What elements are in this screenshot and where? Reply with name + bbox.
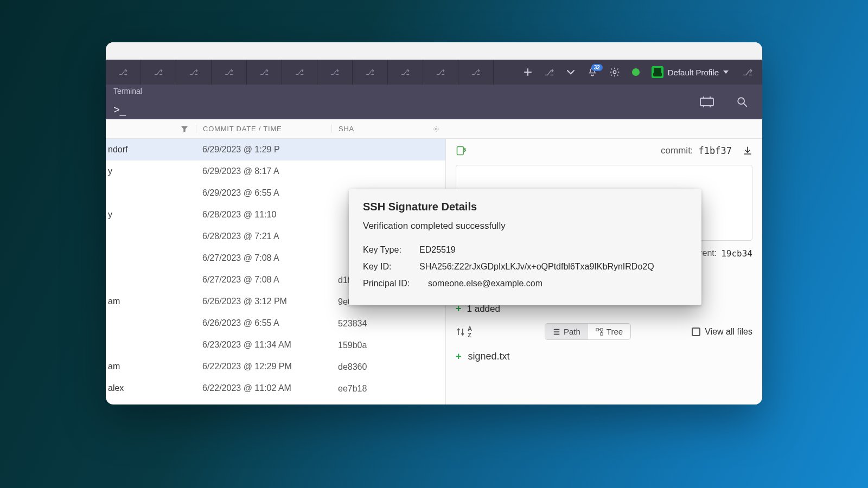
commit-date: 6/27/2023 @ 7:08 A bbox=[202, 275, 279, 284]
branch-icon: ⎇ bbox=[401, 68, 410, 76]
commit-author: y bbox=[108, 166, 112, 176]
view-path-label: Path bbox=[564, 327, 580, 336]
branch-icon: ⎇ bbox=[260, 68, 269, 76]
commit-sha-short: de8360 bbox=[338, 362, 367, 371]
sort-icon bbox=[456, 327, 465, 337]
repo-tab[interactable]: ⎇ bbox=[353, 60, 388, 85]
layout-toggle-button[interactable] bbox=[699, 97, 714, 107]
layout-icon bbox=[699, 97, 714, 107]
notifications-button[interactable]: 32 bbox=[588, 67, 597, 77]
commit-row[interactable]: 6/23/2023 @ 11:34 AM159b0a bbox=[106, 334, 445, 356]
branch-icon: ⎇ bbox=[225, 68, 233, 76]
terminal-label: Terminal bbox=[113, 87, 678, 95]
commit-author: am bbox=[108, 297, 120, 306]
repo-tab[interactable]: ⎇ bbox=[317, 60, 353, 85]
column-sha-label: SHA bbox=[339, 125, 354, 133]
status-indicator bbox=[632, 68, 640, 76]
repo-tab[interactable]: ⎇ bbox=[106, 60, 141, 85]
view-all-files-toggle[interactable]: View all files bbox=[692, 327, 752, 337]
principal-label: Principal ID: bbox=[363, 275, 428, 292]
signature-icon bbox=[456, 145, 467, 156]
commit-label: commit: bbox=[661, 145, 693, 156]
view-all-files-label: View all files bbox=[705, 327, 752, 337]
commit-row[interactable]: ndorf6/29/2023 @ 1:29 P bbox=[106, 139, 445, 160]
commit-sha: f1bf37 bbox=[699, 145, 732, 156]
app-window: ⎇ ⎇ ⎇ ⎇ ⎇ ⎇ ⎇ ⎇ ⎇ ⎇ ⎇ ⎇ 32 bbox=[106, 42, 762, 404]
commit-sha-short: ee7b18 bbox=[338, 384, 367, 393]
tree-icon bbox=[596, 328, 603, 336]
commit-date: 6/29/2023 @ 6:55 A bbox=[202, 188, 279, 197]
changed-file-row[interactable]: + signed.txt bbox=[446, 345, 762, 368]
commit-author: y bbox=[108, 210, 112, 219]
settings-button[interactable] bbox=[609, 67, 620, 78]
commit-list-header: COMMIT DATE / TIME SHA bbox=[106, 119, 762, 139]
column-settings-button[interactable] bbox=[432, 125, 440, 133]
commit-date: 6/22/2023 @ 11:02 AM bbox=[202, 383, 291, 393]
commit-sha-short: 159b0a bbox=[338, 341, 367, 350]
branch-small-icon: ⎇ bbox=[544, 67, 554, 78]
view-path-option[interactable]: Path bbox=[545, 324, 588, 339]
filter-icon bbox=[181, 125, 188, 133]
checkbox-icon bbox=[692, 328, 700, 336]
sort-button[interactable]: AZ bbox=[456, 325, 472, 338]
tab-switcher-button[interactable] bbox=[566, 67, 576, 77]
svg-rect-5 bbox=[596, 328, 598, 330]
window-titlebar bbox=[106, 42, 762, 60]
commit-row[interactable]: y6/29/2023 @ 8:17 A bbox=[106, 160, 445, 182]
branch-icon: ⎇ bbox=[189, 68, 198, 76]
plus-icon bbox=[524, 68, 532, 76]
repo-tab[interactable]: ⎇ bbox=[141, 60, 176, 85]
commit-row[interactable]: alex6/22/2023 @ 11:02 AMee7b18 bbox=[106, 377, 445, 399]
key-id-value: SHA256:Z22rJxGDpIxLKJv/x+oQPtdfbl6Txa9IK… bbox=[419, 262, 654, 271]
search-button[interactable] bbox=[736, 96, 748, 108]
branch-icon: ⎇ bbox=[154, 68, 163, 76]
svg-rect-1 bbox=[700, 98, 713, 106]
repo-tabstrip: ⎇ ⎇ ⎇ ⎇ ⎇ ⎇ ⎇ ⎇ ⎇ ⎇ ⎇ ⎇ 32 bbox=[106, 60, 762, 85]
branch-icon: ⎇ bbox=[295, 68, 304, 76]
terminal-bar: Terminal >_ bbox=[106, 85, 762, 119]
commit-date: 6/29/2023 @ 8:17 A bbox=[202, 166, 279, 176]
commit-date: 6/23/2023 @ 11:34 AM bbox=[202, 340, 291, 349]
commit-date: 6/27/2023 @ 7:08 A bbox=[202, 253, 279, 262]
svg-rect-6 bbox=[601, 328, 603, 330]
svg-point-3 bbox=[435, 128, 437, 130]
commit-date: 6/29/2023 @ 1:29 P bbox=[202, 145, 280, 154]
view-tree-option[interactable]: Tree bbox=[588, 324, 630, 339]
profile-switcher[interactable]: Default Profile bbox=[652, 66, 729, 78]
branch-icon: ⎇ bbox=[436, 68, 445, 76]
profile-avatar-icon bbox=[652, 66, 663, 78]
commit-row[interactable]: 6/26/2023 @ 6:55 A523834 bbox=[106, 312, 445, 334]
branch-icon: ⎇ bbox=[471, 68, 480, 76]
filter-button[interactable] bbox=[181, 125, 188, 133]
repo-tab[interactable]: ⎇ bbox=[247, 60, 282, 85]
commit-date: 6/26/2023 @ 3:12 PM bbox=[202, 297, 287, 306]
repo-tab[interactable]: ⎇ bbox=[423, 60, 458, 85]
profile-label: Default Profile bbox=[668, 68, 719, 77]
repo-tab[interactable]: ⎇ bbox=[212, 60, 247, 85]
list-icon bbox=[553, 328, 560, 336]
download-button[interactable] bbox=[743, 146, 752, 156]
terminal-prompt[interactable]: >_ bbox=[113, 104, 678, 116]
repo-tab[interactable]: ⎇ bbox=[388, 60, 423, 85]
branch-small-icon: ⎇ bbox=[743, 67, 752, 78]
repo-tab[interactable]: ⎇ bbox=[458, 60, 494, 85]
branch-icon: ⎇ bbox=[330, 68, 339, 76]
commit-row[interactable]: am6/22/2023 @ 12:29 PMde8360 bbox=[106, 356, 445, 377]
signature-verified-button[interactable] bbox=[456, 145, 467, 156]
popover-status: Verification completed successfully bbox=[363, 221, 687, 232]
repo-tab-cells: ⎇ ⎇ ⎇ ⎇ ⎇ ⎇ ⎇ ⎇ ⎇ ⎇ ⎇ bbox=[106, 60, 494, 85]
chevron-down-icon bbox=[723, 70, 729, 74]
commit-author: ndorf bbox=[108, 145, 127, 154]
key-type-label: Key Type: bbox=[363, 241, 419, 258]
commit-date: 6/28/2023 @ 11:10 bbox=[202, 210, 276, 219]
principal-value: someone.else@example.com bbox=[428, 279, 542, 288]
repo-tab[interactable]: ⎇ bbox=[176, 60, 212, 85]
commit-sha-short: 523834 bbox=[338, 319, 367, 328]
commit-date: 6/22/2023 @ 12:29 PM bbox=[202, 362, 292, 371]
gear-icon bbox=[432, 125, 440, 133]
key-id-label: Key ID: bbox=[363, 258, 419, 275]
parent-sha[interactable]: 19cb34 bbox=[721, 248, 752, 259]
chevron-down-icon bbox=[566, 67, 576, 77]
add-tab-button[interactable] bbox=[524, 68, 532, 76]
repo-tab[interactable]: ⎇ bbox=[282, 60, 317, 85]
